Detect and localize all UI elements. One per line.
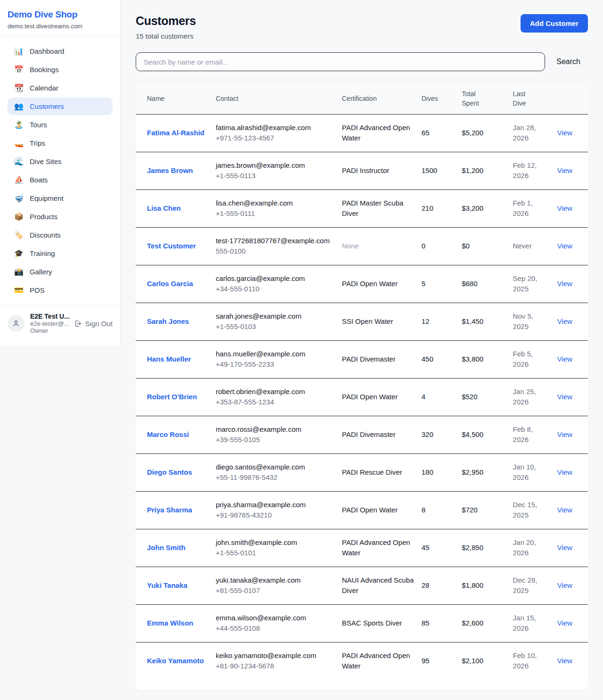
cell-contact: carlos.garcia@example.com+34-555-0110 <box>216 265 342 303</box>
sidebar-item-dashboard[interactable]: 📊Dashboard <box>8 42 113 60</box>
sidebar-item-customers[interactable]: 👥Customers <box>8 98 113 115</box>
search-input[interactable] <box>136 52 545 71</box>
diving-mask-icon: 🤿 <box>14 195 24 202</box>
customer-name-link[interactable]: Emma Wilson <box>147 619 193 627</box>
user-name: E2E Test U... <box>30 313 68 320</box>
customer-name-link[interactable]: Priya Sharma <box>147 506 192 514</box>
customer-email: lisa.chen@example.com <box>216 198 334 209</box>
view-link[interactable]: View <box>557 430 572 438</box>
sidebar-item-bookings[interactable]: 📅Bookings <box>8 61 113 78</box>
customer-name-link[interactable]: Sarah Jones <box>147 317 189 325</box>
cell-dives: 4 <box>422 378 462 416</box>
customer-name-link[interactable]: John Smith <box>147 544 186 552</box>
view-link[interactable]: View <box>557 280 572 288</box>
sidebar-item-trips[interactable]: 🚤Trips <box>8 134 113 152</box>
sidebar-item-training[interactable]: 🎓Training <box>8 245 113 262</box>
search-button[interactable]: Search <box>549 54 588 70</box>
cell-certification: NAUI Advanced Scuba Diver <box>342 567 422 604</box>
cell-certification: BSAC Sports Diver <box>342 604 422 642</box>
view-link[interactable]: View <box>557 355 572 363</box>
customer-phone: +44-555-0108 <box>216 623 334 634</box>
view-link[interactable]: View <box>557 204 572 212</box>
view-link[interactable]: View <box>557 544 572 552</box>
cell-dives: 28 <box>422 567 462 604</box>
cell-last-dive: Jan 10, 2026 <box>513 453 557 491</box>
view-link[interactable]: View <box>557 166 572 174</box>
customer-name-link[interactable]: James Brown <box>147 166 193 174</box>
cell-actions: View <box>557 567 588 604</box>
cell-name: Yuki Tanaka <box>136 567 216 604</box>
customer-name-link[interactable]: Fatima Al-Rashid <box>147 129 204 137</box>
view-link[interactable]: View <box>557 506 572 514</box>
sidebar-item-discounts[interactable]: 🏷️Discounts <box>8 226 113 244</box>
shop-name-link[interactable]: Demo Dive Shop <box>8 9 113 20</box>
cell-actions: View <box>557 189 588 227</box>
sidebar-item-tours[interactable]: 🏝️Tours <box>8 116 113 133</box>
cell-dives: 450 <box>422 340 462 378</box>
customer-name-link[interactable]: Diego Santos <box>147 468 192 476</box>
calendar-date-icon: 📅 <box>14 66 24 74</box>
column-header-dives: Dives <box>422 83 462 114</box>
cell-name: Emma Wilson <box>136 604 216 642</box>
view-link[interactable]: View <box>557 393 572 401</box>
sidebar-item-products[interactable]: 📦Products <box>8 208 113 225</box>
view-link[interactable]: View <box>557 581 572 589</box>
sidebar-item-calendar[interactable]: 📆Calendar <box>8 79 113 97</box>
cell-name: Priya Sharma <box>136 491 216 529</box>
view-link[interactable]: View <box>557 619 572 627</box>
cell-last-dive: Feb 12, 2026 <box>513 152 557 189</box>
view-link[interactable]: View <box>557 468 572 476</box>
customer-name-link[interactable]: Carlos Garcia <box>147 280 193 288</box>
customer-phone: +353-87-555-1234 <box>216 397 334 408</box>
camera-flash-icon: 📸 <box>14 268 24 276</box>
cell-certification: PADI Open Water <box>342 265 422 303</box>
cell-contact: lisa.chen@example.com+1-555-0111 <box>216 189 342 227</box>
add-customer-button[interactable]: Add Customer <box>521 14 588 33</box>
customer-email: sarah.jones@example.com <box>216 311 334 322</box>
cell-total-spent: $720 <box>462 491 513 529</box>
sidebar-item-gallery[interactable]: 📸Gallery <box>8 263 113 280</box>
sidebar-item-boats[interactable]: ⛵Boats <box>8 171 113 189</box>
customer-name-link[interactable]: Test Customer <box>147 242 196 250</box>
customer-email: test-1772681807767@example.com <box>216 236 334 247</box>
search-bar: Search <box>136 52 588 71</box>
bar-chart-icon: 📊 <box>14 48 24 55</box>
user-info: E2E Test U... e2e-tester@... Owner <box>30 313 68 334</box>
cell-certification: SSI Open Water <box>342 303 422 340</box>
sidebar-item-equipment[interactable]: 🤿Equipment <box>8 189 113 207</box>
cell-name: Diego Santos <box>136 453 216 491</box>
sidebar-item-pos[interactable]: 💳POS <box>8 281 113 299</box>
cell-contact: robert.obrien@example.com+353-87-555-123… <box>216 378 342 416</box>
column-header-last-dive: Last Dive <box>513 83 557 114</box>
table-row: Hans Muellerhans.mueller@example.com+49-… <box>136 340 588 378</box>
customer-name-link[interactable]: Marco Rossi <box>147 430 189 438</box>
cell-name: Carlos Garcia <box>136 265 216 303</box>
cell-contact: john.smith@example.com+1-555-0101 <box>216 529 342 567</box>
customer-phone: 555-0100 <box>216 246 334 257</box>
cell-last-dive: Jan 28, 2026 <box>513 114 557 152</box>
view-link[interactable]: View <box>557 242 572 250</box>
view-link[interactable]: View <box>557 129 572 137</box>
cell-actions: View <box>557 491 588 529</box>
view-link[interactable]: View <box>557 317 572 325</box>
customer-name-link[interactable]: Hans Mueller <box>147 355 191 363</box>
cell-total-spent: $1,450 <box>462 303 513 340</box>
sidebar-item-label: Boats <box>30 176 48 184</box>
cell-certification: PADI Open Water <box>342 491 422 529</box>
column-header-contact: Contact <box>216 83 342 114</box>
wave-icon: 🌊 <box>14 158 24 165</box>
sidebar-item-dive-sites[interactable]: 🌊Dive Sites <box>8 153 113 170</box>
page-header: Customers 15 total customers Add Custome… <box>136 14 588 40</box>
cell-actions: View <box>557 529 588 567</box>
customer-email: james.brown@example.com <box>216 160 334 171</box>
cell-certification: PADI Master Scuba Diver <box>342 189 422 227</box>
customer-name-link[interactable]: Keiko Yamamoto <box>147 657 204 665</box>
customer-name-link[interactable]: Yuki Tanaka <box>147 581 187 589</box>
sign-out-button[interactable]: Sign Out <box>74 320 113 328</box>
customer-name-link[interactable]: Lisa Chen <box>147 204 181 212</box>
cell-last-dive: Feb 8, 2026 <box>513 416 557 453</box>
sidebar-header: Demo Dive Shop demo.test.divestreams.com <box>0 0 120 37</box>
customer-phone: +91-98765-43210 <box>216 510 334 521</box>
view-link[interactable]: View <box>557 657 572 665</box>
customer-name-link[interactable]: Robert O'Brien <box>147 393 197 401</box>
